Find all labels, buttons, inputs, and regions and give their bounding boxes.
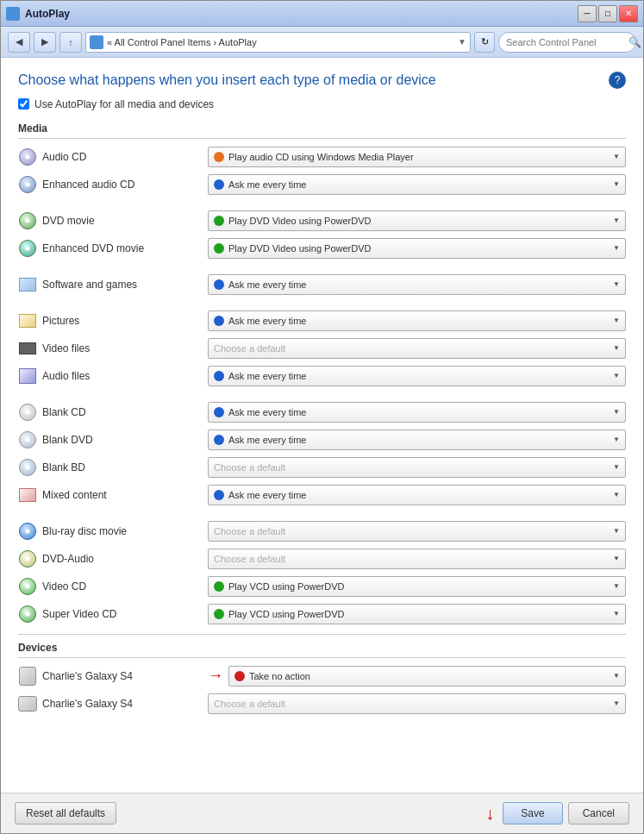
row-label: Blank CD — [18, 403, 208, 422]
table-row: Video files Choose a default — [18, 337, 626, 360]
nav-bar: ◀ ▶ ↑ « All Control Panel Items › AutoPl… — [1, 27, 643, 58]
row-label: DVD-Audio — [18, 549, 208, 568]
blank-bd-select[interactable]: Choose a default — [208, 457, 626, 478]
red-arrow-icon: → — [208, 667, 223, 685]
close-button[interactable]: ✕ — [619, 5, 638, 22]
row-label: Video files — [18, 339, 208, 358]
enhanced-dvd-control: Play DVD Video using PowerDVD — [208, 238, 626, 259]
row-label: Super Video CD — [18, 605, 208, 624]
select-value: Ask me every time — [228, 279, 306, 290]
blank-dvd-icon — [18, 430, 37, 449]
software-games-control: Ask me every time — [208, 274, 626, 295]
row-text: Charlie's Galaxy S4 — [42, 698, 133, 710]
enhanced-audio-cd-select[interactable]: Ask me every time — [208, 174, 626, 195]
galaxy-s4-1-select[interactable]: Take no action — [228, 666, 626, 687]
breadcrumb-arrow-icon: ▼ — [458, 37, 466, 47]
table-row: Charlie's Galaxy S4 Choose a default — [18, 693, 626, 715]
enhanced-audio-cd-control: Ask me every time — [208, 174, 626, 195]
option-icon — [214, 279, 224, 290]
super-video-cd-select[interactable]: Play VCD using PowerDVD — [208, 604, 626, 624]
blank-cd-control: Ask me every time — [208, 402, 626, 423]
audio-files-select[interactable]: Ask me every time — [208, 366, 626, 386]
cd-icon — [18, 147, 37, 166]
table-row: Audio files Ask me every time — [18, 365, 626, 387]
row-label: Pictures — [18, 311, 208, 330]
main-window: AutoPlay ─ □ ✕ ◀ ▶ ↑ « All Control Panel… — [0, 0, 644, 834]
forward-button[interactable]: ▶ — [34, 32, 56, 53]
select-value: Choose a default — [214, 699, 285, 709]
breadcrumb-text: « All Control Panel Items › AutoPlay — [107, 37, 454, 47]
row-label: Audio CD — [18, 147, 208, 166]
cancel-button[interactable]: Cancel — [568, 802, 629, 825]
title-bar-left: AutoPlay — [6, 7, 70, 21]
search-input[interactable] — [506, 37, 625, 47]
video-icon — [18, 339, 37, 358]
select-value: Choose a default — [214, 462, 285, 473]
up-button[interactable]: ↑ — [59, 32, 82, 53]
pictures-control: Ask me every time — [208, 310, 626, 331]
option-icon — [214, 216, 224, 226]
blank-cd-select[interactable]: Ask me every time — [208, 402, 626, 423]
row-label: Mixed content — [18, 486, 208, 505]
bluray-movie-control: Choose a default — [208, 521, 626, 542]
back-button[interactable]: ◀ — [8, 32, 30, 53]
video-cd-select[interactable]: Play VCD using PowerDVD — [208, 576, 626, 597]
row-text: Blank BD — [42, 461, 85, 473]
minimize-button[interactable]: ─ — [578, 5, 597, 22]
control-panel-icon — [6, 7, 20, 21]
table-row: Pictures Ask me every time — [18, 310, 626, 332]
table-row: Blu-ray disc movie Choose a default — [18, 520, 626, 542]
software-games-select[interactable]: Ask me every time — [208, 274, 626, 295]
dvd-audio-select[interactable]: Choose a default — [208, 549, 626, 569]
video-files-select[interactable]: Choose a default — [208, 338, 626, 359]
audio-cd-select[interactable]: Play audio CD using Windows Media Player — [208, 147, 626, 167]
maximize-button[interactable]: □ — [598, 5, 617, 22]
option-icon — [234, 671, 245, 681]
tablet-icon — [18, 694, 37, 713]
option-icon — [214, 179, 224, 190]
devices-section: Devices Charlie's Galaxy S4 → Take no ac… — [18, 634, 626, 715]
table-row: Charlie's Galaxy S4 → Take no action — [18, 665, 626, 687]
select-value: Choose a default — [214, 343, 285, 354]
galaxy-s4-2-select[interactable]: Choose a default — [208, 693, 626, 714]
enhanced-cd-icon — [18, 175, 37, 194]
reset-defaults-button[interactable]: Reset all defaults — [15, 802, 116, 825]
dvd-movie-select[interactable]: Play DVD Video using PowerDVD — [208, 210, 626, 231]
select-value: Choose a default — [214, 554, 285, 564]
dvd-movie-control: Play DVD Video using PowerDVD — [208, 210, 626, 231]
mixed-content-select[interactable]: Ask me every time — [208, 485, 626, 505]
table-row: Mixed content Ask me every time — [18, 484, 626, 506]
select-value: Choose a default — [214, 526, 285, 536]
option-icon — [214, 152, 224, 162]
pictures-icon — [18, 311, 37, 330]
table-row: Super Video CD Play VCD using PowerDVD — [18, 603, 626, 625]
row-label: Audio files — [18, 367, 208, 386]
select-value: Play VCD using PowerDVD — [228, 609, 345, 619]
enhanced-dvd-select[interactable]: Play DVD Video using PowerDVD — [208, 238, 626, 259]
autoplay-checkbox-label[interactable]: Use AutoPlay for all media and devices — [34, 98, 214, 110]
enhanced-dvd-icon — [18, 239, 37, 258]
option-icon — [214, 609, 224, 619]
option-icon — [214, 435, 224, 445]
pictures-select[interactable]: Ask me every time — [208, 310, 626, 331]
refresh-button[interactable]: ↻ — [474, 32, 495, 53]
autoplay-checkbox[interactable] — [18, 98, 29, 110]
row-text: Blu-ray disc movie — [42, 525, 127, 537]
table-row: Blank DVD Ask me every time — [18, 429, 626, 451]
audio-files-control: Ask me every time — [208, 366, 626, 386]
row-label: Charlie's Galaxy S4 — [18, 694, 208, 713]
blank-dvd-select[interactable]: Ask me every time — [208, 430, 626, 450]
super-video-cd-control: Play VCD using PowerDVD — [208, 604, 626, 624]
option-icon — [214, 371, 224, 381]
content-area: Choose what happens when you insert each… — [1, 58, 643, 793]
row-text: Video CD — [42, 580, 86, 593]
super-video-cd-icon — [18, 605, 37, 624]
help-icon[interactable]: ? — [609, 72, 626, 89]
row-text: Pictures — [42, 315, 79, 327]
save-button[interactable]: Save — [503, 802, 562, 825]
window-title: AutoPlay — [25, 8, 70, 20]
bluray-select[interactable]: Choose a default — [208, 521, 626, 542]
row-label: Video CD — [18, 577, 208, 596]
blank-bd-icon — [18, 458, 37, 477]
dvd-audio-icon — [18, 549, 37, 568]
